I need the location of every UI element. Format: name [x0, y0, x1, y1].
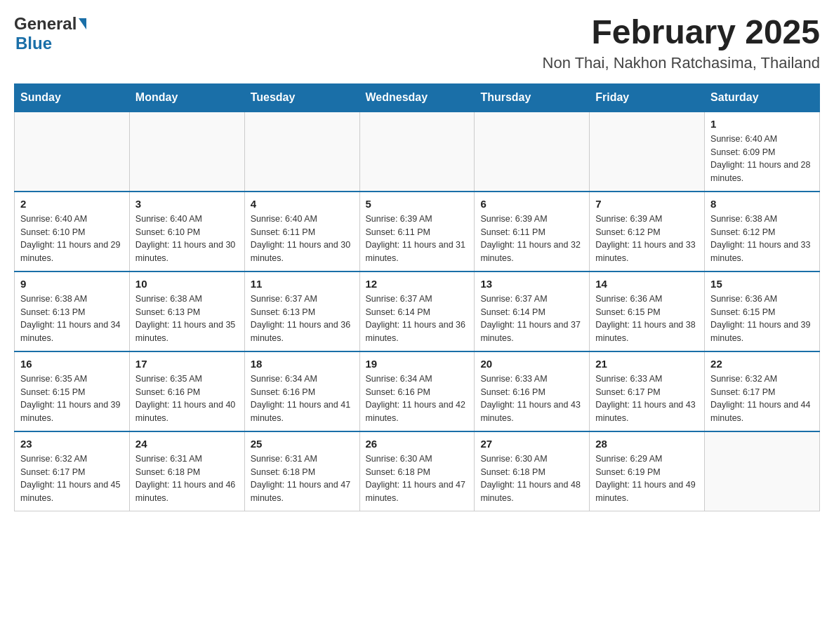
calendar-cell: 4Sunrise: 6:40 AMSunset: 6:11 PMDaylight… — [244, 192, 359, 271]
calendar-cell: 6Sunrise: 6:39 AMSunset: 6:11 PMDaylight… — [475, 192, 590, 271]
day-info: Sunrise: 6:30 AMSunset: 6:18 PMDaylight:… — [366, 452, 469, 505]
day-number: 7 — [595, 198, 699, 210]
day-number: 14 — [595, 278, 699, 290]
day-info: Sunrise: 6:38 AMSunset: 6:13 PMDaylight:… — [135, 293, 239, 345]
day-info: Sunrise: 6:39 AMSunset: 6:11 PMDaylight:… — [366, 213, 469, 265]
day-number: 13 — [480, 278, 583, 290]
week-row-1: 2Sunrise: 6:40 AMSunset: 6:10 PMDaylight… — [15, 192, 820, 271]
day-number: 18 — [251, 358, 354, 370]
day-info: Sunrise: 6:38 AMSunset: 6:12 PMDaylight:… — [710, 213, 814, 265]
day-number: 16 — [20, 358, 124, 370]
header-day-sunday: Sunday — [15, 83, 130, 112]
day-info: Sunrise: 6:31 AMSunset: 6:18 PMDaylight:… — [251, 452, 354, 505]
calendar-cell: 8Sunrise: 6:38 AMSunset: 6:12 PMDaylight… — [705, 192, 820, 271]
day-number: 25 — [251, 438, 354, 450]
calendar-cell: 11Sunrise: 6:37 AMSunset: 6:13 PMDayligh… — [244, 271, 359, 351]
day-info: Sunrise: 6:29 AMSunset: 6:19 PMDaylight:… — [595, 452, 699, 505]
page-header: General Blue February 2025 Non Thai, Nak… — [14, 14, 820, 72]
calendar-cell: 25Sunrise: 6:31 AMSunset: 6:18 PMDayligh… — [244, 431, 359, 511]
day-info: Sunrise: 6:40 AMSunset: 6:10 PMDaylight:… — [20, 213, 124, 265]
calendar-header-row: SundayMondayTuesdayWednesdayThursdayFrid… — [15, 83, 820, 112]
day-number: 4 — [251, 198, 354, 210]
day-number: 11 — [251, 278, 354, 290]
header-day-friday: Friday — [590, 83, 705, 112]
day-info: Sunrise: 6:40 AMSunset: 6:10 PMDaylight:… — [135, 213, 239, 265]
day-info: Sunrise: 6:37 AMSunset: 6:13 PMDaylight:… — [251, 293, 354, 345]
day-info: Sunrise: 6:30 AMSunset: 6:18 PMDaylight:… — [480, 452, 583, 505]
calendar-cell — [705, 431, 820, 511]
day-info: Sunrise: 6:35 AMSunset: 6:15 PMDaylight:… — [20, 373, 124, 425]
header-day-saturday: Saturday — [705, 83, 820, 112]
calendar-cell: 27Sunrise: 6:30 AMSunset: 6:18 PMDayligh… — [475, 431, 590, 511]
day-number: 8 — [710, 198, 814, 210]
logo-general-text: General — [14, 14, 77, 34]
day-number: 6 — [480, 198, 583, 210]
logo: General Blue — [14, 14, 86, 53]
day-number: 5 — [366, 198, 469, 210]
day-info: Sunrise: 6:39 AMSunset: 6:11 PMDaylight:… — [480, 213, 583, 265]
day-number: 2 — [20, 198, 124, 210]
day-info: Sunrise: 6:38 AMSunset: 6:13 PMDaylight:… — [20, 293, 124, 345]
day-info: Sunrise: 6:34 AMSunset: 6:16 PMDaylight:… — [251, 373, 354, 425]
day-number: 3 — [135, 198, 239, 210]
day-number: 9 — [20, 278, 124, 290]
day-number: 26 — [366, 438, 469, 450]
calendar-cell — [129, 112, 244, 192]
calendar-cell: 16Sunrise: 6:35 AMSunset: 6:15 PMDayligh… — [15, 351, 130, 431]
calendar-cell: 28Sunrise: 6:29 AMSunset: 6:19 PMDayligh… — [590, 431, 705, 511]
day-number: 12 — [366, 278, 469, 290]
day-info: Sunrise: 6:39 AMSunset: 6:12 PMDaylight:… — [595, 213, 699, 265]
day-number: 22 — [710, 358, 814, 370]
calendar-cell: 20Sunrise: 6:33 AMSunset: 6:16 PMDayligh… — [475, 351, 590, 431]
day-info: Sunrise: 6:33 AMSunset: 6:16 PMDaylight:… — [480, 373, 583, 425]
day-info: Sunrise: 6:37 AMSunset: 6:14 PMDaylight:… — [366, 293, 469, 345]
page-subtitle: Non Thai, Nakhon Ratchasima, Thailand — [543, 54, 820, 72]
page-title: February 2025 — [543, 14, 820, 51]
day-info: Sunrise: 6:34 AMSunset: 6:16 PMDaylight:… — [366, 373, 469, 425]
calendar-body: 1Sunrise: 6:40 AMSunset: 6:09 PMDaylight… — [15, 112, 820, 511]
logo-arrow-icon — [79, 18, 86, 29]
week-row-2: 9Sunrise: 6:38 AMSunset: 6:13 PMDaylight… — [15, 271, 820, 351]
day-number: 20 — [480, 358, 583, 370]
calendar-cell: 5Sunrise: 6:39 AMSunset: 6:11 PMDaylight… — [359, 192, 475, 271]
calendar-cell: 12Sunrise: 6:37 AMSunset: 6:14 PMDayligh… — [359, 271, 475, 351]
calendar-cell: 21Sunrise: 6:33 AMSunset: 6:17 PMDayligh… — [590, 351, 705, 431]
day-number: 10 — [135, 278, 239, 290]
calendar-cell: 17Sunrise: 6:35 AMSunset: 6:16 PMDayligh… — [129, 351, 244, 431]
header-day-wednesday: Wednesday — [359, 83, 475, 112]
calendar-cell: 19Sunrise: 6:34 AMSunset: 6:16 PMDayligh… — [359, 351, 475, 431]
day-info: Sunrise: 6:36 AMSunset: 6:15 PMDaylight:… — [595, 293, 699, 345]
calendar-cell — [15, 112, 130, 192]
day-number: 15 — [710, 278, 814, 290]
day-number: 23 — [20, 438, 124, 450]
calendar-cell — [359, 112, 475, 192]
calendar-cell: 13Sunrise: 6:37 AMSunset: 6:14 PMDayligh… — [475, 271, 590, 351]
calendar-cell: 22Sunrise: 6:32 AMSunset: 6:17 PMDayligh… — [705, 351, 820, 431]
day-number: 17 — [135, 358, 239, 370]
week-row-3: 16Sunrise: 6:35 AMSunset: 6:15 PMDayligh… — [15, 351, 820, 431]
calendar-cell: 1Sunrise: 6:40 AMSunset: 6:09 PMDaylight… — [705, 112, 820, 192]
calendar-cell: 9Sunrise: 6:38 AMSunset: 6:13 PMDaylight… — [15, 271, 130, 351]
title-block: February 2025 Non Thai, Nakhon Ratchasim… — [543, 14, 820, 72]
calendar-cell: 23Sunrise: 6:32 AMSunset: 6:17 PMDayligh… — [15, 431, 130, 511]
day-info: Sunrise: 6:40 AMSunset: 6:09 PMDaylight:… — [710, 133, 814, 185]
logo-blue-text: Blue — [15, 34, 52, 53]
calendar-cell: 2Sunrise: 6:40 AMSunset: 6:10 PMDaylight… — [15, 192, 130, 271]
day-info: Sunrise: 6:35 AMSunset: 6:16 PMDaylight:… — [135, 373, 239, 425]
calendar-cell — [475, 112, 590, 192]
day-info: Sunrise: 6:32 AMSunset: 6:17 PMDaylight:… — [710, 373, 814, 425]
calendar-cell — [244, 112, 359, 192]
calendar-cell: 15Sunrise: 6:36 AMSunset: 6:15 PMDayligh… — [705, 271, 820, 351]
day-number: 27 — [480, 438, 583, 450]
calendar-table: SundayMondayTuesdayWednesdayThursdayFrid… — [14, 83, 820, 511]
day-number: 19 — [366, 358, 469, 370]
day-info: Sunrise: 6:32 AMSunset: 6:17 PMDaylight:… — [20, 452, 124, 505]
day-number: 21 — [595, 358, 699, 370]
day-info: Sunrise: 6:33 AMSunset: 6:17 PMDaylight:… — [595, 373, 699, 425]
calendar-cell: 18Sunrise: 6:34 AMSunset: 6:16 PMDayligh… — [244, 351, 359, 431]
header-day-monday: Monday — [129, 83, 244, 112]
day-info: Sunrise: 6:37 AMSunset: 6:14 PMDaylight:… — [480, 293, 583, 345]
day-number: 1 — [710, 118, 814, 130]
calendar-cell: 7Sunrise: 6:39 AMSunset: 6:12 PMDaylight… — [590, 192, 705, 271]
calendar-cell: 14Sunrise: 6:36 AMSunset: 6:15 PMDayligh… — [590, 271, 705, 351]
